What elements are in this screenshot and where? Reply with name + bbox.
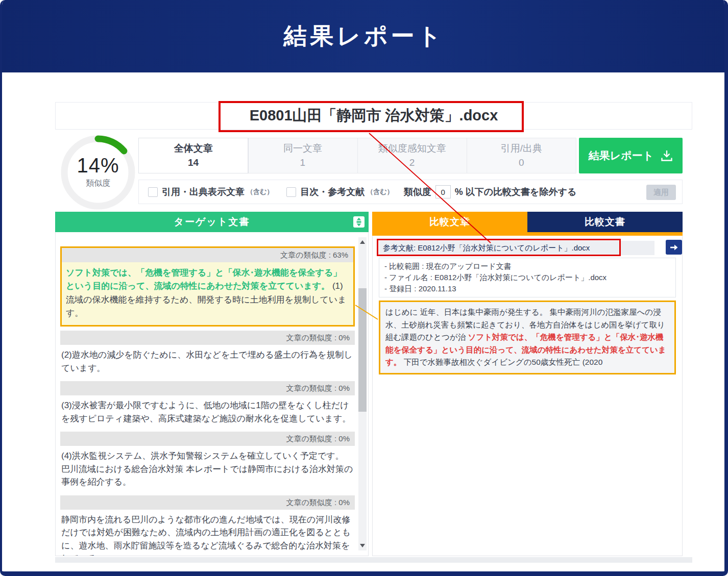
stat-label: 全体文章 xyxy=(174,141,213,156)
document-title: E0801山田「静岡市 治水対策」.docx xyxy=(250,106,498,126)
target-document-panel: ターゲット文書 文章の類似度 : 63% ソフト対策では、「危機を管理する」と「… xyxy=(55,212,369,556)
page-header: 結果レポート xyxy=(0,0,728,72)
threshold-suffix-label: % 以下の比較文書を除外する xyxy=(455,186,577,198)
comparison-panel: 比較文章 比較文書 参考文献: E0812小野「治水対策についてのレポート」.d… xyxy=(372,212,683,556)
matched-text-green: ソフト対策では、「危機を管理する」と「保水･遊水機能を保全する」という目的に沿っ… xyxy=(66,268,342,291)
sentence-block: (3)浸水被害が最小限ですむように、低地の地域に1階の壁をなくし柱だけを残すピロ… xyxy=(61,399,354,425)
target-panel-body: 文章の類似度 : 63% ソフト対策では、「危機を管理する」と「保水･遊水機能を… xyxy=(55,232,369,556)
detail-file-name: - ファイル名 : E0812小野「治水対策についてのレポート」.docx xyxy=(384,272,670,283)
filter-bar: 引用・出典表示文章 （含む） 目次・参考文献 （含む） 類似度 % 以下の比較文… xyxy=(138,180,683,204)
annotation-orange-box-comparison: はじめに 近年、日本は集中豪雨が発生する。 集中豪雨河川の氾濫家屋への浸水、土砂… xyxy=(379,300,676,374)
threshold-input[interactable] xyxy=(435,185,451,198)
sentence-block: 静岡市内を流れる巴川のような都市化の進んだ地域では、現在の河川改修だけでは対処が… xyxy=(61,513,354,556)
stat-value: 2 xyxy=(409,156,415,170)
scroll-up-icon[interactable] xyxy=(360,240,365,244)
result-report-window: 結果レポート E0801山田「静岡市 治水対策」.docx 14% 類似度 全体… xyxy=(0,0,728,576)
stat-label: 引用/出典 xyxy=(501,141,542,156)
expand-vertical-icon[interactable] xyxy=(353,216,365,228)
stat-tab-identical-sentences[interactable]: 同一文章 1 xyxy=(248,138,357,173)
comparison-tabs: 比較文章 比較文書 xyxy=(372,212,683,232)
reference-label: 参考文献: E0812小野「治水対策についてのレポート」.docx xyxy=(383,243,590,253)
tab-comparison-sentence[interactable]: 比較文章 xyxy=(372,212,527,232)
checkbox-toc-references[interactable] xyxy=(286,187,296,197)
stat-label: 類似度感知文章 xyxy=(378,141,446,156)
similarity-percent: 14% xyxy=(57,154,139,177)
stat-label: 同一文章 xyxy=(283,141,322,156)
stat-value: 0 xyxy=(519,156,524,170)
stats-bar: 全体文章 14 同一文章 1 類似度感知文章 2 引用/出典 0 xyxy=(138,138,576,173)
checkbox-quote-citation[interactable] xyxy=(148,187,158,197)
apply-button[interactable]: 適用 xyxy=(646,185,676,200)
checkbox-toc-references-label: 目次・参考文献 xyxy=(300,186,365,198)
similarity-bar: 文章の類似度 : 63% xyxy=(62,248,353,262)
checkbox-quote-citation-label: 引用・出典表示文章 xyxy=(162,186,245,198)
scrollbar-thumb[interactable] xyxy=(358,288,367,412)
similarity-bar: 文章の類似度 : 0% xyxy=(60,432,355,446)
report-button-label: 結果レポート xyxy=(589,148,653,163)
comparison-text-after: 下田で水難事故相次ぐダイビングの50歳女性死亡 (2020 xyxy=(401,358,602,366)
document-title-strip: E0801山田「静岡市 治水対策」.docx xyxy=(55,102,692,130)
reference-details: - 比較範囲 : 現在のアップロード文書 - ファイル名 : E0812小野「治… xyxy=(379,258,676,297)
sentence-block: (4)洪水監視システム、洪水予知警報システムを確立していく予定です。 巴川流域に… xyxy=(61,449,354,489)
page-title: 結果レポート xyxy=(283,20,444,52)
similarity-bar: 文章の類似度 : 0% xyxy=(60,381,355,395)
stat-value: 14 xyxy=(188,156,199,170)
matched-sentence-block: ソフト対策では、「危機を管理する」と「保水･遊水機能を保全する」という目的に沿っ… xyxy=(62,262,353,325)
stat-value: 1 xyxy=(300,156,306,170)
reference-header-row: 参考文献: E0812小野「治水対策についてのレポート」.docx xyxy=(379,241,654,255)
sentence-block: (2)遊水地の減少を防ぐために、水田などを土で埋める盛土の行為を規制しています。 xyxy=(61,348,354,374)
similarity-gauge: 14% 類似度 xyxy=(57,132,139,213)
similarity-bar: 文章の類似度 : 0% xyxy=(60,495,355,510)
detail-compare-range: - 比較範囲 : 現在のアップロード文書 xyxy=(384,261,670,272)
active-tab-underline xyxy=(372,232,683,236)
open-reference-button[interactable] xyxy=(666,240,682,255)
scroll-down-icon[interactable] xyxy=(360,544,365,547)
stat-tab-all-sentences[interactable]: 全体文章 14 xyxy=(139,138,248,173)
detail-register-date: - 登録日 : 2020.11.13 xyxy=(384,283,670,294)
checkbox-quote-citation-suffix: （含む） xyxy=(247,187,273,196)
horizontal-scrollbar[interactable] xyxy=(55,557,692,563)
similarity-bar: 文章の類似度 : 0% xyxy=(60,331,355,345)
download-icon xyxy=(661,150,673,161)
threshold-prefix-label: 類似度 xyxy=(404,186,431,198)
stat-tab-similar-sentences[interactable]: 類似度感知文章 2 xyxy=(358,138,467,173)
stat-tab-citations[interactable]: 引用/出典 0 xyxy=(467,138,576,173)
target-panel-title: ターゲット文書 xyxy=(174,215,250,229)
target-panel-header: ターゲット文書 xyxy=(55,212,369,232)
vertical-scrollbar[interactable] xyxy=(358,237,367,550)
similarity-label: 類似度 xyxy=(57,178,139,189)
checkbox-toc-references-suffix: （含む） xyxy=(367,187,393,196)
tab-comparison-document[interactable]: 比較文書 xyxy=(527,212,683,232)
comparison-panel-body: 参考文献: E0812小野「治水対策についてのレポート」.docx - 比較範囲… xyxy=(372,236,683,556)
result-report-download-button[interactable]: 結果レポート xyxy=(579,138,683,173)
annotation-orange-box-target: 文章の類似度 : 63% ソフト対策では、「危機を管理する」と「保水･遊水機能を… xyxy=(60,246,355,327)
